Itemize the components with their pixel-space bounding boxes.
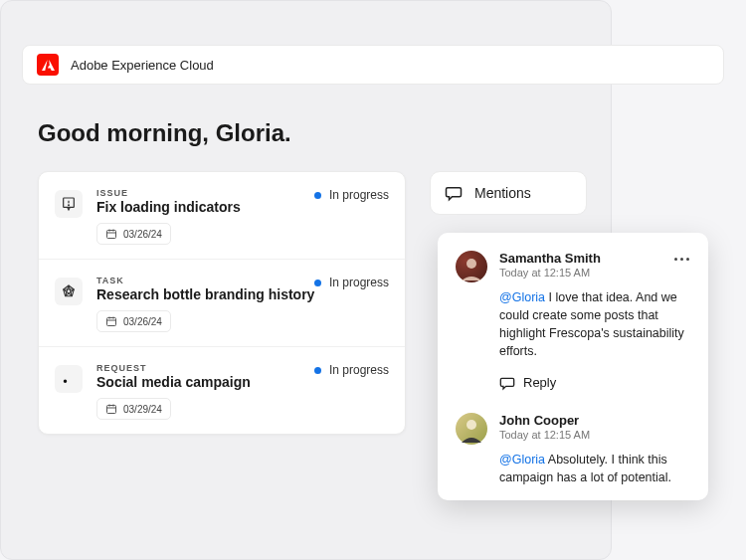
svg-rect-5 — [107, 406, 116, 414]
comment-icon — [499, 375, 515, 391]
status-badge: In progress — [314, 188, 389, 202]
global-header: Adobe Experience Cloud — [22, 45, 724, 85]
mention-author: Samantha Smith — [499, 251, 690, 266]
work-date: 03/29/24 — [123, 404, 162, 415]
mention-at[interactable]: @Gloria — [499, 290, 545, 304]
mentions-panel: Samantha Smith Today at 12:15 AM @Gloria… — [438, 233, 708, 500]
status-text: In progress — [329, 363, 389, 377]
svg-rect-2 — [107, 231, 116, 239]
mentions-header[interactable]: Mentions — [430, 171, 587, 215]
svg-rect-4 — [107, 318, 116, 326]
work-date-chip[interactable]: 03/29/24 — [96, 398, 171, 420]
status-dot-icon — [314, 280, 321, 286]
adobe-a-icon — [42, 59, 55, 72]
mention-timestamp: Today at 12:15 AM — [499, 429, 690, 441]
music-note-icon — [62, 372, 76, 386]
status-dot-icon — [314, 192, 321, 199]
mention-timestamp: Today at 12:15 AM — [499, 267, 690, 279]
issue-icon — [55, 190, 83, 218]
mention-author: John Cooper — [499, 413, 690, 428]
mention-item[interactable]: Samantha Smith Today at 12:15 AM @Gloria… — [456, 251, 690, 395]
adobe-logo — [37, 54, 59, 76]
avatar — [456, 413, 487, 445]
work-item[interactable]: ISSUE Fix loading indicators 03/26/24 In… — [39, 172, 405, 260]
task-icon — [55, 278, 83, 305]
work-item[interactable]: REQUEST Social media campaign 03/29/24 I… — [39, 347, 405, 434]
reply-button[interactable]: Reply — [499, 375, 690, 395]
status-badge: In progress — [314, 276, 389, 289]
work-items-card: ISSUE Fix loading indicators 03/26/24 In… — [38, 171, 406, 435]
more-options-button[interactable] — [670, 251, 692, 267]
comment-icon — [445, 184, 463, 202]
svg-point-7 — [466, 420, 476, 430]
reply-label: Reply — [523, 375, 556, 390]
avatar — [456, 251, 487, 282]
status-dot-icon — [314, 367, 321, 374]
work-date-chip[interactable]: 03/26/24 — [96, 223, 171, 245]
status-badge: In progress — [314, 363, 389, 377]
mention-text: @Gloria Absolutely. I think this campaig… — [499, 451, 690, 486]
svg-point-1 — [69, 205, 70, 206]
calendar-icon — [105, 228, 117, 240]
svg-point-6 — [466, 259, 476, 269]
product-name: Adobe Experience Cloud — [71, 58, 214, 73]
status-text: In progress — [329, 188, 389, 202]
avatar-placeholder-icon — [456, 413, 487, 445]
avatar-placeholder-icon — [456, 251, 487, 282]
status-text: In progress — [329, 276, 389, 289]
work-date: 03/26/24 — [123, 229, 162, 240]
calendar-icon — [105, 315, 117, 327]
mentions-title: Mentions — [474, 185, 531, 201]
page-title: Good morning, Gloria. — [38, 119, 291, 147]
request-icon — [55, 365, 83, 393]
work-date-chip[interactable]: 03/26/24 — [96, 310, 171, 332]
mention-item[interactable]: John Cooper Today at 12:15 AM @Gloria Ab… — [456, 413, 690, 486]
calendar-icon — [105, 403, 117, 415]
mention-text: @Gloria I love that idea. And we could c… — [499, 288, 690, 361]
work-item[interactable]: TASK Research bottle branding history 03… — [39, 260, 405, 347]
mention-at[interactable]: @Gloria — [499, 453, 545, 467]
work-date: 03/26/24 — [123, 316, 162, 327]
